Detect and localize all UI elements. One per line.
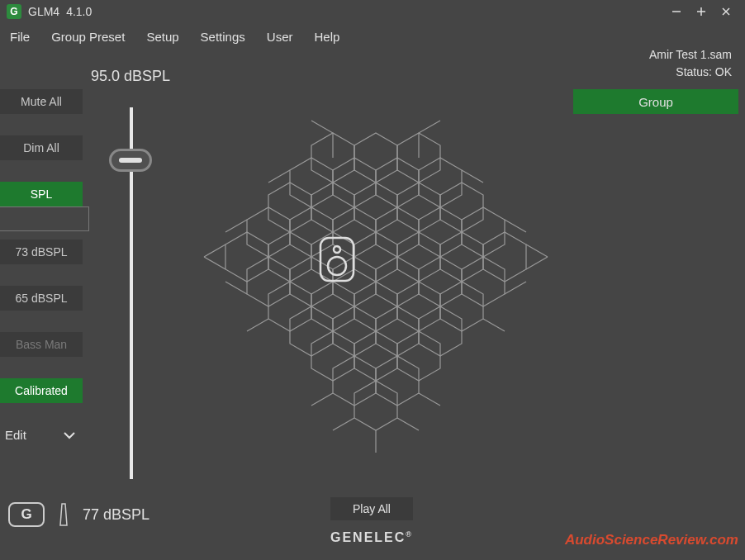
chevron-down-icon: [63, 428, 76, 442]
hex-grid-svg: [198, 106, 553, 477]
menu-help[interactable]: Help: [314, 30, 339, 44]
close-button[interactable]: [714, 0, 738, 23]
edit-dropdown[interactable]: Edit: [0, 425, 81, 445]
svg-point-53: [328, 257, 346, 275]
app-version: 4.1.0: [66, 5, 92, 18]
dim-all-button[interactable]: Dim All: [0, 135, 83, 160]
watermark-text: AudioScienceReview.com: [565, 532, 738, 548]
preset-65-button[interactable]: 65 dBSPL: [0, 286, 83, 311]
svg-marker-54: [60, 504, 67, 525]
bottom-row: G 77 dBSPL: [8, 502, 149, 527]
menu-settings[interactable]: Settings: [201, 30, 245, 44]
spl-level-slot[interactable]: [0, 206, 89, 231]
speaker-layout-grid[interactable]: [198, 106, 553, 477]
maximize-button[interactable]: [689, 0, 714, 23]
brand-logo: GENELEC®: [330, 530, 413, 545]
play-all-button[interactable]: Play All: [330, 497, 413, 520]
calibrated-button[interactable]: Calibrated: [0, 378, 83, 403]
svg-point-52: [334, 246, 340, 253]
app-name: GLM4: [28, 5, 59, 18]
edit-label: Edit: [5, 428, 26, 442]
volume-slider-thumb[interactable]: [109, 149, 152, 172]
sidebar: Mute All Dim All SPL 73 dBSPL 65 dBSPL B…: [0, 89, 91, 445]
status-text: Status: OK: [649, 64, 732, 81]
spl-button[interactable]: SPL: [0, 182, 83, 206]
app-icon: G: [7, 4, 21, 19]
mute-all-button[interactable]: Mute All: [0, 89, 83, 114]
microphone-icon[interactable]: [58, 502, 69, 527]
menubar: File Group Preset Setup Settings User He…: [0, 23, 745, 50]
menu-setup[interactable]: Setup: [146, 30, 178, 44]
speaker-icon: [320, 238, 354, 281]
bass-man-button[interactable]: Bass Man: [0, 332, 83, 357]
spl-readout: 95.0 dBSPL: [91, 68, 170, 85]
network-status-badge[interactable]: G: [8, 502, 45, 527]
group-button[interactable]: Group: [573, 89, 738, 114]
minimize-button[interactable]: [664, 0, 689, 23]
status-area: Amir Test 1.sam Status: OK: [649, 46, 732, 81]
measured-spl: 77 dBSPL: [83, 506, 149, 524]
menu-file[interactable]: File: [10, 30, 30, 44]
menu-user[interactable]: User: [267, 30, 293, 44]
session-filename: Amir Test 1.sam: [649, 46, 732, 64]
menu-group-preset[interactable]: Group Preset: [51, 30, 125, 44]
titlebar: G GLM4 4.1.0: [0, 0, 745, 23]
preset-73-button[interactable]: 73 dBSPL: [0, 240, 83, 264]
